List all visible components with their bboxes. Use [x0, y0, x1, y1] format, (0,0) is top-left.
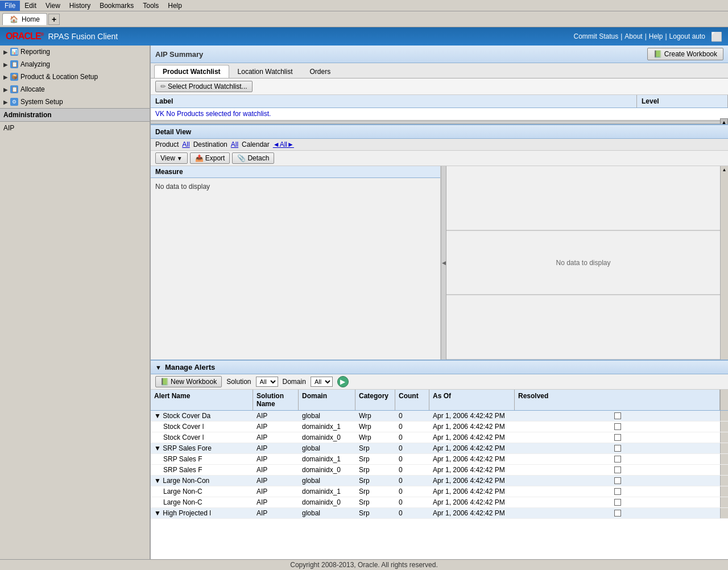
- resolved-checkbox[interactable]: [614, 456, 621, 462]
- resolved-checkbox[interactable]: [614, 423, 621, 430]
- detach-label: Detach: [247, 154, 269, 162]
- alert-table-row: ▼ Large Non-Con AIP global Srp 0 Apr 1, …: [151, 476, 728, 486]
- sidebar-label-product: Product & Location Setup: [20, 73, 98, 81]
- splitter-arrow: ◀: [442, 260, 446, 266]
- detail-toolbar: View ▼ 📤 Export 📎 Detach: [151, 151, 728, 166]
- solution-label: Solution: [226, 378, 251, 386]
- sidebar-item-reporting[interactable]: ▶ 📊 Reporting: [0, 46, 150, 58]
- sidebar-item-analyzing[interactable]: ▶ 📋 Analyzing: [0, 58, 150, 71]
- category-cell: Srp: [355, 486, 395, 497]
- resolved-checkbox[interactable]: [614, 477, 621, 484]
- row-scrollbar: [720, 508, 728, 518]
- product-filter-label: Product: [155, 141, 179, 148]
- alerts-header: ▼ Manage Alerts: [151, 361, 728, 374]
- alert-table-row: ▼ High Projected l AIP global Srp 0 Apr …: [151, 508, 728, 519]
- new-workbook-button[interactable]: 📗 New Workbook: [155, 376, 222, 387]
- tab-bar: 🏠 Home +: [0, 11, 728, 27]
- h-splitter[interactable]: ◀: [441, 166, 446, 360]
- count-cell: 0: [395, 508, 429, 518]
- domain-cell: domainidx_0: [299, 465, 355, 475]
- product-filter-link[interactable]: All: [182, 141, 189, 148]
- logout-link[interactable]: Logout auto: [669, 32, 705, 40]
- col-level: Level: [637, 95, 728, 108]
- menu-view[interactable]: View: [41, 1, 65, 11]
- calendar-filter-link[interactable]: ◄All►: [273, 141, 294, 148]
- home-icon: 🏠: [10, 15, 18, 23]
- tab-product-watchlist[interactable]: Product Watchlist: [154, 65, 229, 78]
- main-layout: ▶ 📊 Reporting ▶ 📋 Analyzing ▶ 📦 Product …: [0, 46, 728, 570]
- refresh-button[interactable]: ▶: [337, 376, 349, 387]
- menu-bar: File Edit View History Bookmarks Tools H…: [0, 0, 728, 11]
- alerts-collapse-arrow[interactable]: ▼: [155, 364, 162, 371]
- count-cell: 0: [395, 422, 429, 432]
- detail-right-panels: No data to display: [446, 166, 720, 360]
- alert-name-cell: Large Non-C: [151, 486, 253, 497]
- as-of-cell: Apr 1, 2006 4:42:42 PM: [429, 476, 515, 486]
- sidebar: ▶ 📊 Reporting ▶ 📋 Analyzing ▶ 📦 Product …: [0, 46, 151, 570]
- as-of-cell: Apr 1, 2006 4:42:42 PM: [429, 443, 515, 453]
- sidebar-item-allocate[interactable]: ▶ 📋 Allocate: [0, 83, 150, 96]
- create-workbook-button[interactable]: 📗 Create Workbook: [647, 48, 723, 60]
- resolved-checkbox[interactable]: [614, 499, 621, 506]
- tab-orders[interactable]: Orders: [301, 65, 340, 78]
- tab-location-watchlist[interactable]: Location Watchlist: [229, 65, 301, 78]
- menu-history[interactable]: History: [65, 1, 95, 11]
- view-button[interactable]: View ▼: [155, 152, 188, 164]
- domain-cell: domainidx_1: [299, 454, 355, 464]
- resolved-checkbox[interactable]: [614, 488, 621, 495]
- sidebar-item-product-location[interactable]: ▶ 📦 Product & Location Setup: [0, 71, 150, 83]
- measure-header: Measure: [151, 166, 440, 178]
- resolved-checkbox[interactable]: [614, 434, 621, 441]
- help-link[interactable]: Help: [649, 32, 663, 40]
- watchlist-toolbar: ✏ Select Product Watchlist...: [151, 79, 728, 95]
- menu-bookmarks[interactable]: Bookmarks: [95, 1, 138, 11]
- detach-button[interactable]: 📎 Detach: [232, 152, 274, 164]
- row-level: [637, 108, 728, 119]
- alert-table-row: Large Non-C AIP domainidx_1 Srp 0 Apr 1,…: [151, 486, 728, 497]
- export-label: Export: [205, 154, 225, 162]
- tab-add-button[interactable]: +: [48, 14, 60, 25]
- count-cell: 0: [395, 486, 429, 497]
- select-watchlist-button[interactable]: ✏ Select Product Watchlist...: [155, 81, 253, 92]
- domain-cell: domainidx_1: [299, 486, 355, 497]
- app-title: RPAS Fusion Client: [48, 32, 118, 41]
- sidebar-section-administration: Administration: [0, 108, 150, 122]
- menu-help[interactable]: Help: [163, 1, 187, 11]
- sidebar-item-system-setup[interactable]: ▶ ⚙ System Setup: [0, 96, 150, 108]
- export-button[interactable]: 📤 Export: [190, 152, 230, 164]
- menu-file[interactable]: File: [0, 1, 20, 11]
- about-link[interactable]: About: [624, 32, 642, 40]
- solution-cell: AIP: [253, 411, 299, 421]
- menu-tools[interactable]: Tools: [138, 1, 163, 11]
- alert-name-cell: SRP Sales F: [151, 454, 253, 464]
- resolved-checkbox[interactable]: [614, 466, 621, 473]
- table-row: VK No Products selected for watchlist.: [151, 108, 728, 120]
- detail-filters: Product All Destination All Calendar ◄Al…: [151, 139, 728, 151]
- aip-summary-tabs: Product Watchlist Location Watchlist Ord…: [151, 63, 728, 79]
- tab-home[interactable]: 🏠 Home: [2, 13, 47, 25]
- alerts-table-body: ▼ Stock Cover Da AIP global Wrp 0 Apr 1,…: [151, 411, 728, 570]
- row-scrollbar: [720, 432, 728, 443]
- domain-select[interactable]: All: [311, 377, 333, 387]
- destination-filter-link[interactable]: All: [231, 141, 238, 148]
- as-of-cell: Apr 1, 2006 4:42:42 PM: [429, 508, 515, 518]
- resolved-checkbox[interactable]: [614, 445, 621, 452]
- resolved-checkbox[interactable]: [614, 510, 621, 517]
- alert-name-cell: Large Non-C: [151, 497, 253, 507]
- detail-content: Measure No data to display ◀ No data to …: [151, 166, 728, 360]
- view-label: View: [160, 154, 175, 162]
- aip-summary-panel: AIP Summary 📗 Create Workbook Product Wa…: [151, 46, 728, 121]
- menu-edit[interactable]: Edit: [20, 1, 41, 11]
- alert-name-cell: ▼ Stock Cover Da: [151, 411, 253, 421]
- alert-name-cell: Stock Cover l: [151, 422, 253, 432]
- resolved-cell: [515, 411, 720, 421]
- alert-table-row: SRP Sales F AIP domainidx_1 Srp 0 Apr 1,…: [151, 454, 728, 465]
- measure-panel: Measure No data to display: [151, 166, 441, 360]
- commit-status-link[interactable]: Commit Status: [573, 32, 618, 40]
- expand-arrow: ▶: [3, 99, 8, 105]
- resolved-checkbox[interactable]: [614, 412, 621, 419]
- scroll-up-btn[interactable]: ▲: [721, 166, 728, 174]
- category-cell: Wrp: [355, 432, 395, 443]
- solution-select[interactable]: All: [256, 377, 278, 387]
- expand-arrow: ▶: [3, 61, 8, 68]
